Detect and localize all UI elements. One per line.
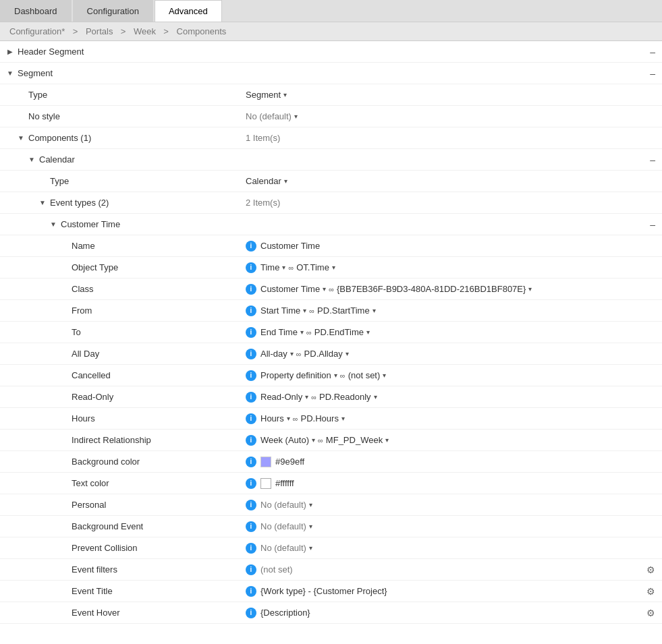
value-indirect-relationship[interactable]: Week (Auto) ▾ <box>260 435 315 445</box>
info-event-filters[interactable]: i <box>246 564 256 575</box>
row-event-types: ▼ Event types (2) 2 Item(s) <box>0 192 662 214</box>
info-name[interactable]: i <box>246 241 256 252</box>
info-personal[interactable]: i <box>246 500 256 510</box>
tab-bar: Dashboard Configuration Advanced <box>0 0 662 22</box>
value-read-only-2[interactable]: PD.Readonly ▾ <box>319 392 377 402</box>
collapse-event-types[interactable]: ▼ <box>38 198 47 208</box>
gear-event-filters[interactable]: ⚙ <box>646 564 662 575</box>
collapse-calendar[interactable]: ▼ <box>27 155 36 165</box>
value-read-only[interactable]: Read-Only ▾ <box>260 392 308 402</box>
dropdown-personal[interactable]: ▾ <box>309 501 312 508</box>
dropdown-no-style[interactable]: ▾ <box>294 113 298 120</box>
label-event-hover: Event Hover <box>72 608 120 618</box>
value-cancelled[interactable]: Property definition ▾ <box>260 370 337 380</box>
value-object-type-2[interactable]: OT.Time ▾ <box>296 262 335 272</box>
tab-advanced[interactable]: Advanced <box>155 0 222 22</box>
info-prevent-collision[interactable]: i <box>246 543 256 554</box>
label-text-color: Text color <box>72 478 109 488</box>
row-personal: Personal i No (default) ▾ <box>0 494 662 516</box>
label-event-title: Event Title <box>72 586 113 596</box>
collapse-customer-time[interactable]: ▼ <box>49 220 58 229</box>
value-all-day[interactable]: All-day ▾ <box>260 349 294 359</box>
tab-dashboard[interactable]: Dashboard <box>0 0 72 22</box>
row-components: ▼ Components (1) 1 Item(s) <box>0 127 662 149</box>
gear-event-hover[interactable]: ⚙ <box>646 608 662 618</box>
row-object-type: Object Type i Time ▾ ∞ OT.Time ▾ <box>0 257 662 279</box>
value-class[interactable]: Customer Time ▾ <box>260 284 326 294</box>
info-indirect-relationship[interactable]: i <box>246 435 256 446</box>
label-personal: Personal <box>72 500 106 510</box>
label-indirect-relationship: Indirect Relationship <box>72 435 151 445</box>
breadcrumb-item-1[interactable]: Configuration* <box>9 26 65 36</box>
value-from[interactable]: Start Time ▾ <box>260 305 306 316</box>
info-from[interactable]: i <box>246 305 256 316</box>
value-background-color: #9e9eff <box>275 457 304 467</box>
collapse-components[interactable]: ▼ <box>16 134 26 143</box>
gear-event-title[interactable]: ⚙ <box>646 586 662 597</box>
info-class[interactable]: i <box>246 284 256 295</box>
info-background-event[interactable]: i <box>246 521 256 532</box>
dropdown-background-event[interactable]: ▾ <box>309 523 312 530</box>
info-cancelled[interactable]: i <box>246 370 256 381</box>
info-hours[interactable]: i <box>246 413 256 424</box>
row-to: To i End Time ▾ ∞ PD.EndTime ▾ <box>0 322 662 343</box>
value-no-style[interactable]: No (default) ▾ <box>246 111 298 121</box>
label-event-filters: Event filters <box>72 564 117 575</box>
value-from-2[interactable]: PD.StartTime ▾ <box>317 305 376 316</box>
info-to[interactable]: i <box>246 327 256 338</box>
value-to[interactable]: End Time ▾ <box>260 327 304 337</box>
info-text-color[interactable]: i <box>246 478 256 489</box>
chain-cancelled: ∞ <box>340 372 346 380</box>
value-to-2[interactable]: PD.EndTime ▾ <box>314 327 370 337</box>
dropdown-type[interactable]: ▾ <box>283 91 287 98</box>
dropdown-calendar-type[interactable]: ▾ <box>284 177 287 185</box>
row-calendar: ▼ Calendar – <box>0 149 662 171</box>
row-segment: ▼ Segment – <box>0 63 662 84</box>
swatch-background-color[interactable] <box>260 457 271 467</box>
breadcrumb-item-2[interactable]: Portals <box>86 26 113 36</box>
value-object-type[interactable]: Time ▾ <box>260 262 285 272</box>
info-event-title[interactable]: i <box>246 586 256 597</box>
dropdown-prevent-collision[interactable]: ▾ <box>309 544 312 552</box>
collapse-segment[interactable]: ▼ <box>5 69 15 78</box>
value-indirect-relationship-2[interactable]: MF_PD_Week ▾ <box>326 435 389 445</box>
info-event-hover[interactable]: i <box>246 608 256 618</box>
value-name: Customer Time <box>260 241 320 251</box>
value-class-2[interactable]: {BB7EB36F-B9D3-480A-81DD-216BD1BF807E} ▾ <box>337 284 532 294</box>
breadcrumb-item-3[interactable]: Week <box>134 26 156 36</box>
action-header-segment[interactable]: – <box>650 47 662 57</box>
info-background-color[interactable]: i <box>246 457 256 467</box>
value-all-day-2[interactable]: PD.Allday ▾ <box>304 349 349 359</box>
action-customer-time[interactable]: – <box>650 219 662 230</box>
value-cancelled-2[interactable]: (not set) ▾ <box>348 370 387 380</box>
value-calendar-type[interactable]: Calendar ▾ <box>246 176 287 186</box>
tab-configuration[interactable]: Configuration <box>73 0 153 22</box>
value-type[interactable]: Segment ▾ <box>246 90 287 100</box>
label-background-color: Background color <box>72 457 140 467</box>
action-calendar[interactable]: – <box>650 154 662 165</box>
label-components: Components (1) <box>28 133 91 143</box>
value-event-types: 2 Item(s) <box>246 198 280 208</box>
info-read-only[interactable]: i <box>246 392 256 403</box>
label-calendar-type: Type <box>50 176 69 186</box>
value-hours[interactable]: Hours ▾ <box>260 413 290 423</box>
row-event-hover: Event Hover i {Description} ⚙ <box>0 602 662 624</box>
info-all-day[interactable]: i <box>246 349 256 359</box>
action-segment[interactable]: – <box>650 68 662 79</box>
label-calendar: Calendar <box>39 154 75 165</box>
collapse-header-segment[interactable]: ▶ <box>5 47 15 57</box>
breadcrumb-item-4[interactable]: Components <box>177 26 227 36</box>
row-customer-time: ▼ Customer Time – <box>0 214 662 235</box>
value-event-title: {Work type} - {Customer Project} <box>260 586 387 596</box>
value-background-event[interactable]: No (default) ▾ <box>260 521 312 531</box>
value-event-filters: (not set) <box>260 564 293 575</box>
info-object-type[interactable]: i <box>246 262 256 273</box>
label-prevent-collision: Prevent Collision <box>72 543 138 553</box>
label-background-event: Background Event <box>72 521 143 531</box>
row-read-only: Read-Only i Read-Only ▾ ∞ PD.Readonly ▾ <box>0 386 662 408</box>
value-prevent-collision[interactable]: No (default) ▾ <box>260 543 312 553</box>
swatch-text-color[interactable] <box>260 478 271 489</box>
value-hours-2[interactable]: PD.Hours ▾ <box>301 413 345 423</box>
value-personal[interactable]: No (default) ▾ <box>260 500 312 510</box>
row-type: Type Segment ▾ <box>0 84 662 106</box>
